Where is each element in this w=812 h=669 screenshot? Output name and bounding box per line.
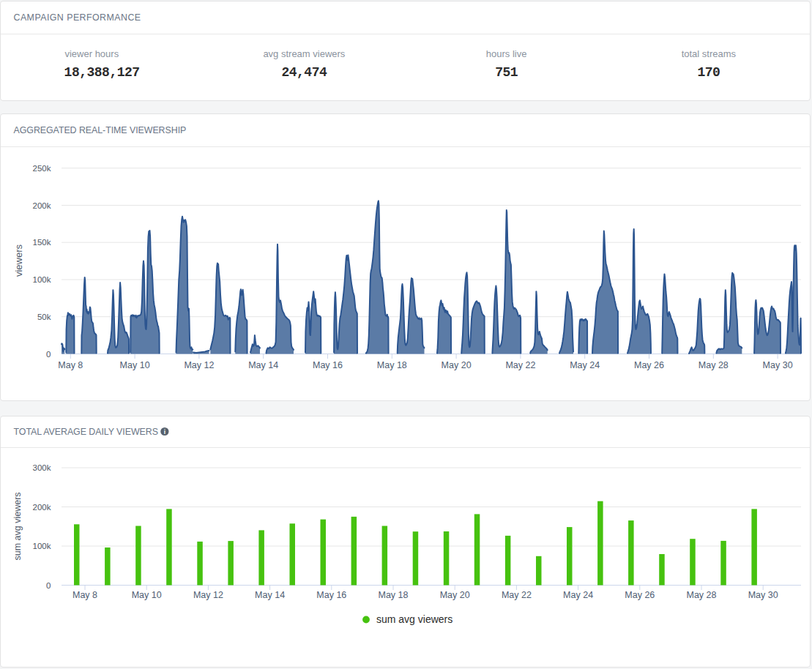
svg-text:May 18: May 18 bbox=[377, 360, 407, 370]
svg-text:May 8: May 8 bbox=[72, 590, 97, 600]
svg-text:May 28: May 28 bbox=[687, 590, 717, 600]
svg-text:May 26: May 26 bbox=[625, 590, 655, 600]
svg-text:May 12: May 12 bbox=[184, 360, 214, 370]
svg-text:May 12: May 12 bbox=[193, 590, 223, 600]
svg-text:May 18: May 18 bbox=[379, 590, 409, 600]
svg-text:May 24: May 24 bbox=[570, 360, 600, 370]
svg-text:May 26: May 26 bbox=[634, 360, 664, 370]
svg-text:250k: 250k bbox=[33, 164, 51, 173]
svg-text:May 10: May 10 bbox=[120, 360, 150, 370]
svg-text:0: 0 bbox=[46, 581, 51, 590]
svg-text:May 30: May 30 bbox=[748, 590, 778, 600]
svg-text:May 14: May 14 bbox=[255, 590, 285, 600]
svg-text:sum avg viewers: sum avg viewers bbox=[12, 492, 23, 560]
svg-text:May 30: May 30 bbox=[763, 360, 793, 370]
svg-text:viewers: viewers bbox=[13, 244, 24, 277]
svg-text:May 14: May 14 bbox=[248, 360, 278, 370]
svg-text:May 24: May 24 bbox=[563, 590, 593, 600]
svg-text:100k: 100k bbox=[33, 275, 51, 284]
svg-text:May 22: May 22 bbox=[505, 360, 535, 370]
svg-text:May 8: May 8 bbox=[58, 360, 83, 370]
svg-text:0: 0 bbox=[46, 350, 51, 359]
svg-text:i: i bbox=[164, 428, 165, 436]
svg-text:May 28: May 28 bbox=[699, 360, 729, 370]
svg-text:100k: 100k bbox=[33, 542, 51, 550]
svg-text:200k: 200k bbox=[33, 503, 51, 512]
svg-text:sum avg viewers: sum avg viewers bbox=[376, 613, 452, 625]
svg-text:50k: 50k bbox=[37, 313, 51, 321]
svg-text:May 20: May 20 bbox=[440, 590, 470, 600]
svg-text:May 16: May 16 bbox=[313, 360, 343, 370]
svg-text:300k: 300k bbox=[33, 463, 51, 472]
svg-text:May 20: May 20 bbox=[442, 360, 472, 370]
svg-text:May 22: May 22 bbox=[502, 590, 532, 600]
svg-text:May 10: May 10 bbox=[132, 590, 162, 600]
svg-text:150k: 150k bbox=[33, 238, 51, 247]
svg-text:May 16: May 16 bbox=[316, 590, 346, 600]
svg-text:200k: 200k bbox=[33, 201, 51, 210]
